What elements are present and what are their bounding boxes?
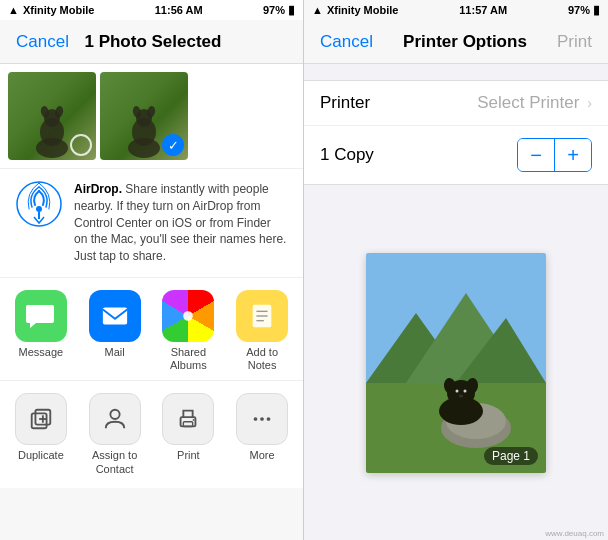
chevron-right-icon: › — [587, 95, 592, 111]
page-number-label: Page 1 — [484, 447, 538, 465]
photo-thumbnail-1[interactable] — [8, 72, 96, 160]
airdrop-icon — [16, 181, 62, 227]
select-printer-text: Select Printer — [477, 93, 579, 113]
svg-point-29 — [267, 418, 271, 422]
duplicate-svg-icon — [28, 406, 54, 432]
right-status-carrier: ▲ Xfinity Mobile — [312, 4, 398, 16]
ellipsis-icon — [249, 406, 275, 432]
left-status-carrier: ▲ Xfinity Mobile — [8, 4, 94, 16]
print-action[interactable]: Print — [158, 393, 218, 475]
more-label: More — [250, 449, 275, 462]
photo-selected-indicator: ✓ — [162, 134, 184, 156]
photos-icon — [162, 290, 214, 342]
share-app-message[interactable]: Message — [11, 290, 71, 372]
svg-point-10 — [17, 182, 61, 226]
right-carrier-name: Xfinity Mobile — [327, 4, 399, 16]
svg-point-43 — [459, 394, 463, 397]
share-app-add-to-notes[interactable]: Add to Notes — [232, 290, 292, 372]
photo-thumbnail-2[interactable]: ✓ — [100, 72, 188, 160]
right-status-bar: ▲ Xfinity Mobile 11:57 AM 97% ▮ — [304, 0, 608, 20]
printer-icon — [175, 406, 201, 432]
notes-pad-icon — [248, 302, 276, 330]
page-title: 1 Photo Selected — [84, 32, 221, 52]
svg-point-23 — [110, 410, 119, 419]
more-action[interactable]: More — [232, 393, 292, 475]
left-status-bar: ▲ Xfinity Mobile 11:56 AM 97% ▮ — [0, 0, 303, 20]
right-page-title: Printer Options — [403, 32, 527, 52]
battery-percent: 97% — [263, 4, 285, 16]
airdrop-description: AirDrop. Share instantly with people nea… — [74, 181, 287, 265]
right-battery-percent: 97% — [568, 4, 590, 16]
add-to-notes-label: Add to Notes — [232, 346, 292, 372]
right-battery-icon: ▮ — [593, 3, 600, 17]
wifi-icon: ▲ — [8, 4, 19, 16]
print-preview-image — [366, 253, 546, 473]
mail-icon — [89, 290, 141, 342]
photo-unselected-indicator — [70, 134, 92, 156]
right-wifi-icon: ▲ — [312, 4, 323, 16]
action-row: Duplicate Assign to Contact Print — [0, 381, 303, 487]
svg-point-27 — [254, 418, 258, 422]
cancel-button[interactable]: Cancel — [16, 32, 69, 52]
assign-contact-action[interactable]: Assign to Contact — [85, 393, 145, 475]
notes-icon — [236, 290, 288, 342]
carrier-name: Xfinity Mobile — [23, 4, 95, 16]
right-cancel-button[interactable]: Cancel — [320, 32, 373, 52]
assign-contact-icon — [89, 393, 141, 445]
photos-flower-icon — [176, 304, 200, 328]
decrement-button[interactable]: − — [518, 139, 554, 171]
right-print-button[interactable]: Print — [557, 32, 592, 52]
right-nav-bar: Cancel Printer Options Print — [304, 20, 608, 64]
svg-point-41 — [456, 389, 459, 392]
copies-label: 1 Copy — [320, 145, 374, 165]
copies-option-row: 1 Copy − + — [304, 126, 608, 184]
duplicate-icon — [15, 393, 67, 445]
duplicate-action[interactable]: Duplicate — [11, 393, 71, 475]
person-icon — [102, 406, 128, 432]
increment-button[interactable]: + — [555, 139, 591, 171]
svg-rect-13 — [102, 308, 126, 325]
left-battery: 97% ▮ — [263, 3, 295, 17]
airdrop-title: AirDrop. — [74, 182, 122, 196]
right-time: 11:57 AM — [459, 4, 507, 16]
watermark: www.deuaq.com — [545, 529, 604, 538]
mail-label: Mail — [105, 346, 125, 359]
print-page: Page 1 — [366, 253, 546, 473]
duplicate-label: Duplicate — [18, 449, 64, 462]
left-panel: ▲ Xfinity Mobile 11:56 AM 97% ▮ Cancel 1… — [0, 0, 304, 540]
copy-stepper: − + — [517, 138, 592, 172]
right-panel: ▲ Xfinity Mobile 11:57 AM 97% ▮ Cancel P… — [304, 0, 608, 540]
dog-image-2 — [119, 100, 169, 160]
svg-point-11 — [36, 206, 42, 212]
print-label: Print — [177, 449, 200, 462]
photos-row: ✓ — [0, 64, 303, 169]
printer-value: Select Printer › — [477, 93, 592, 113]
printer-label: Printer — [320, 93, 370, 113]
svg-rect-19 — [32, 414, 47, 429]
print-icon — [162, 393, 214, 445]
airdrop-section: AirDrop. Share instantly with people nea… — [0, 169, 303, 278]
battery-icon: ▮ — [288, 3, 295, 17]
printer-options: Printer Select Printer › 1 Copy − + — [304, 80, 608, 185]
share-app-shared-albums[interactable]: Shared Albums — [158, 290, 218, 372]
share-apps-row: Message Mail Shared Albums — [0, 278, 303, 381]
message-icon — [15, 290, 67, 342]
dog-image-1 — [27, 100, 77, 160]
left-nav-bar: Cancel 1 Photo Selected — [0, 20, 303, 64]
print-preview: Page 1 — [304, 185, 608, 540]
svg-point-14 — [184, 311, 194, 321]
more-icon — [236, 393, 288, 445]
shared-albums-label: Shared Albums — [158, 346, 218, 372]
message-label: Message — [19, 346, 64, 359]
printer-option-row[interactable]: Printer Select Printer › — [304, 81, 608, 126]
svg-point-42 — [464, 389, 467, 392]
svg-point-26 — [193, 419, 195, 421]
assign-contact-label: Assign to Contact — [85, 449, 145, 475]
right-battery: 97% ▮ — [568, 3, 600, 17]
svg-point-28 — [260, 418, 264, 422]
left-time: 11:56 AM — [155, 4, 203, 16]
share-app-mail[interactable]: Mail — [85, 290, 145, 372]
message-bubble-icon — [26, 301, 56, 331]
mail-envelope-icon — [101, 302, 129, 330]
